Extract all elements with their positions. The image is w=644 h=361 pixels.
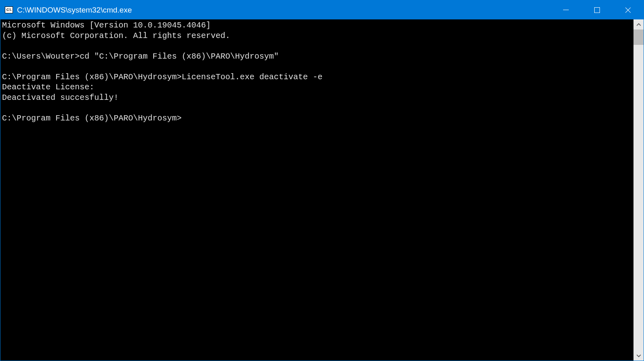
terminal-output[interactable]: Microsoft Windows [Version 10.0.19045.40… <box>0 19 633 361</box>
maximize-button[interactable] <box>581 0 612 19</box>
window-title: C:\WINDOWS\system32\cmd.exe <box>17 6 550 15</box>
close-icon <box>625 7 631 13</box>
cmd-icon-text: C:\. <box>6 8 12 12</box>
cmd-window: C:\. C:\WINDOWS\system32\cmd.exe Microso… <box>0 0 644 361</box>
chevron-down-icon <box>636 353 641 358</box>
content-area: Microsoft Windows [Version 10.0.19045.40… <box>0 19 644 361</box>
terminal-line: (c) Microsoft Corporation. All rights re… <box>2 31 230 40</box>
scroll-track[interactable] <box>633 30 644 350</box>
scroll-thumb[interactable] <box>633 30 644 45</box>
maximize-icon <box>594 7 600 13</box>
terminal-line: C:\Program Files (x86)\PARO\Hydrosym> <box>2 114 182 123</box>
scroll-down-button[interactable] <box>633 350 644 361</box>
scroll-up-button[interactable] <box>633 19 644 30</box>
close-button[interactable] <box>612 0 644 19</box>
terminal-line: Microsoft Windows [Version 10.0.19045.40… <box>2 21 211 30</box>
terminal-line: C:\Users\Wouter>cd "C:\Program Files (x8… <box>2 52 279 61</box>
minimize-button[interactable] <box>550 0 581 19</box>
titlebar[interactable]: C:\. C:\WINDOWS\system32\cmd.exe <box>0 0 644 19</box>
window-controls <box>550 0 644 19</box>
chevron-up-icon <box>636 22 641 27</box>
cmd-icon: C:\. <box>5 6 13 13</box>
terminal-line: Deactivated succesfully! <box>2 93 119 102</box>
terminal-line: Deactivate License: <box>2 82 94 92</box>
minimize-icon <box>563 10 569 10</box>
terminal-line: C:\Program Files (x86)\PARO\Hydrosym>Lic… <box>2 72 322 82</box>
vertical-scrollbar[interactable] <box>633 19 644 361</box>
